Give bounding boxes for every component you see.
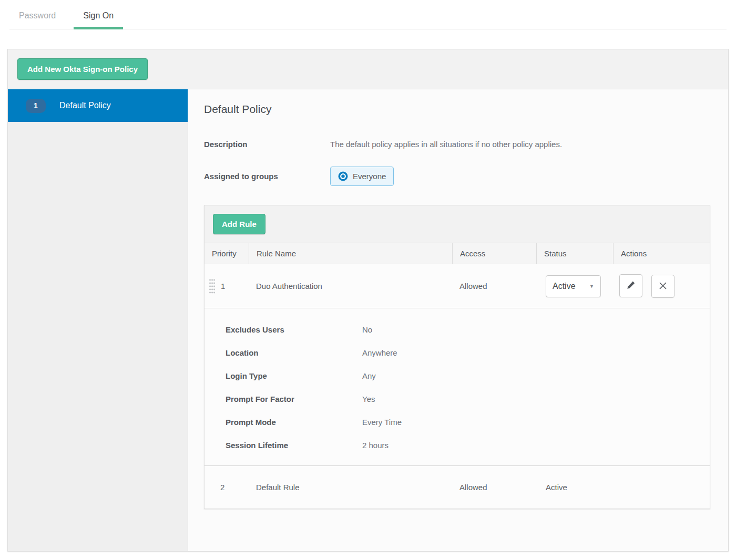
rule-details: Excludes Users No Location Anywhere Logi… [205, 308, 710, 465]
detail-row-login-type: Login Type Any [226, 371, 710, 380]
column-header-status: Status [536, 243, 613, 264]
policy-toolbar: Add New Okta Sign-on Policy [8, 49, 728, 89]
add-policy-button[interactable]: Add New Okta Sign-on Policy [17, 58, 148, 80]
column-header-access: Access [452, 243, 536, 264]
policy-title: Default Policy [204, 103, 710, 116]
delete-rule-button[interactable] [651, 275, 674, 298]
pencil-icon [626, 280, 636, 292]
rule-access: Allowed [452, 483, 536, 492]
column-header-priority: Priority [205, 243, 249, 264]
edit-rule-button[interactable] [619, 274, 642, 297]
detail-value: Anywhere [362, 348, 397, 357]
add-rule-button[interactable]: Add Rule [213, 214, 265, 234]
policy-list-sidebar: 1 Default Policy [8, 89, 188, 551]
rule-access: Allowed [452, 282, 536, 291]
column-header-actions: Actions [613, 243, 710, 264]
detail-value: Yes [362, 395, 375, 403]
rule-row-duo-authentication: 1 Duo Authentication Allowed Active ▼ [205, 264, 710, 308]
rule-name: Duo Authentication [249, 282, 452, 291]
assigned-groups-row: Assigned to groups Everyone [204, 167, 710, 186]
rules-section: Add Rule Priority Rule Name Access Statu… [204, 205, 710, 509]
rule-status-selected-value: Active [553, 282, 576, 291]
rule-priority: 1 [221, 282, 225, 291]
detail-label: Prompt Mode [226, 418, 362, 427]
tab-password[interactable]: Password [9, 3, 65, 29]
detail-value: 2 hours [362, 441, 389, 450]
detail-value: Every Time [362, 418, 402, 427]
rule-row-default-rule: 2 Default Rule Allowed Active [205, 465, 710, 509]
sign-on-policy-panel: Add New Okta Sign-on Policy 1 Default Po… [7, 49, 729, 552]
detail-row-session-lifetime: Session Lifetime 2 hours [226, 441, 710, 450]
rules-table-header: Priority Rule Name Access Status Actions [205, 243, 710, 264]
detail-label: Prompt For Factor [226, 395, 362, 403]
rules-toolbar: Add Rule [205, 205, 710, 243]
tab-sign-on[interactable]: Sign On [74, 3, 123, 29]
detail-row-prompt-for-factor: Prompt For Factor Yes [226, 395, 710, 403]
description-row: Description The default policy applies i… [204, 140, 710, 149]
close-icon [658, 281, 668, 292]
policy-detail-pane: Default Policy Description The default p… [188, 89, 728, 551]
detail-value: No [362, 325, 372, 334]
rule-status-text: Active [536, 483, 613, 492]
group-radio-icon [338, 171, 348, 181]
policy-priority-badge: 1 [26, 99, 46, 113]
assigned-groups-label: Assigned to groups [204, 172, 330, 181]
detail-value: Any [362, 371, 376, 380]
group-chip-label: Everyone [353, 172, 386, 181]
detail-row-excludes-users: Excludes Users No [226, 325, 710, 334]
detail-row-prompt-mode: Prompt Mode Every Time [226, 418, 710, 427]
group-chip-everyone[interactable]: Everyone [330, 167, 394, 186]
rule-priority: 2 [220, 483, 224, 492]
detail-row-location: Location Anywhere [226, 348, 710, 357]
chevron-down-icon: ▼ [589, 284, 594, 289]
column-header-rule-name: Rule Name [249, 243, 452, 264]
policy-list-item-default[interactable]: 1 Default Policy [8, 89, 188, 122]
description-label: Description [204, 140, 330, 149]
policy-name-label: Default Policy [59, 101, 111, 110]
drag-handle-icon[interactable] [209, 278, 216, 295]
detail-label: Login Type [226, 371, 362, 380]
rule-name: Default Rule [249, 483, 452, 492]
description-value: The default policy applies in all situat… [330, 140, 562, 149]
rule-status-select[interactable]: Active ▼ [546, 275, 601, 297]
detail-label: Excludes Users [226, 325, 362, 334]
tab-bar: Password Sign On [9, 0, 727, 29]
detail-label: Location [226, 348, 362, 357]
detail-label: Session Lifetime [226, 441, 362, 450]
